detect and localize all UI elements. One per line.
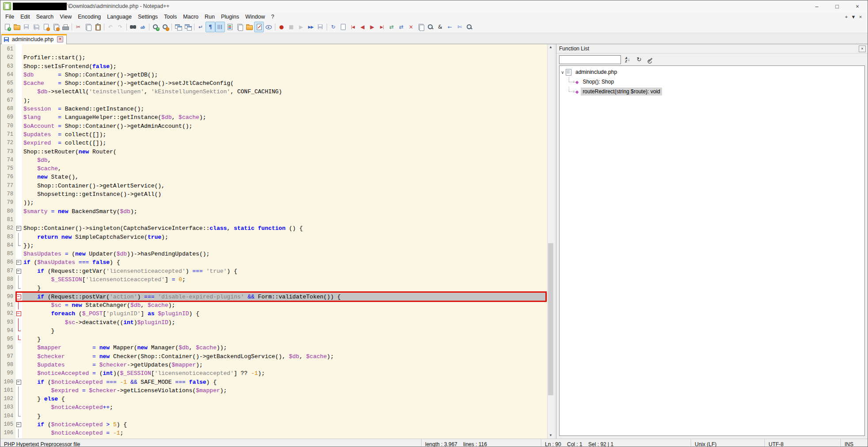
macro-run-multiple-icon[interactable]: ▶▶: [306, 22, 316, 32]
code-line[interactable]: 68$session = Backend::getInstance();: [0, 105, 547, 113]
code-text[interactable]: if (Request::getVar('licensenoticeaccept…: [22, 267, 547, 275]
line-number[interactable]: 101: [0, 386, 15, 395]
close-icon[interactable]: ×: [847, 0, 868, 12]
code-line[interactable]: 105 if ($noticeAccepted > 5) {: [0, 420, 547, 429]
code-text[interactable]: Shop::setIsFrontend(false);: [22, 62, 547, 71]
menu-plugins[interactable]: Plugins: [218, 13, 242, 21]
code-line[interactable]: 95 }: [0, 335, 547, 344]
line-number[interactable]: 98: [0, 361, 15, 369]
code-text[interactable]: $_SESSION['licensenoticeaccepted'] = 0;: [22, 275, 547, 284]
code-text[interactable]: Shopsetting::getInstance()->getAll(): [22, 190, 547, 199]
code-line[interactable]: 104 }: [0, 412, 547, 420]
plugin-snippet-icon[interactable]: ✄: [455, 22, 464, 32]
cut-icon[interactable]: ✂: [73, 22, 83, 32]
menu-help[interactable]: ?: [268, 13, 277, 21]
code-line[interactable]: 71$updates = collect([]);: [0, 130, 547, 139]
line-number[interactable]: 103: [0, 403, 15, 412]
code-line[interactable]: 100 if ($noticeAccepted === -1 && SAFE_M…: [0, 378, 547, 386]
tab-admininclude[interactable]: admininclude.php ×: [1, 34, 67, 44]
code-line[interactable]: 67);: [0, 96, 547, 105]
nav-first-mark-icon[interactable]: |◀: [348, 22, 358, 32]
plugin-refresh-icon[interactable]: ↻: [328, 22, 338, 32]
code-text[interactable]: if ($noticeAccepted > 5) {: [22, 420, 547, 429]
code-line[interactable]: 106 $noticeAccepted = -1;: [0, 429, 547, 437]
line-number[interactable]: 87: [0, 267, 15, 275]
reload-icon[interactable]: ↻: [634, 55, 644, 64]
show-all-characters-icon[interactable]: ¶: [206, 22, 215, 32]
code-line[interactable]: 88 $_SESSION['licensenoticeaccepted'] = …: [0, 275, 547, 284]
function-list-icon[interactable]: [254, 22, 264, 32]
new-file-icon[interactable]: +: [2, 22, 12, 32]
code-line[interactable]: 74 $db,: [0, 156, 547, 164]
code-line[interactable]: 78 Shopsetting::getInstance()->getAll(): [0, 190, 547, 199]
close-tab-button[interactable]: ×: [857, 14, 864, 19]
code-line[interactable]: 97 $checker = new Checker(Shop::Containe…: [0, 352, 547, 361]
line-number[interactable]: 99: [0, 369, 15, 378]
macro-record-icon[interactable]: ●: [277, 22, 286, 32]
code-text[interactable]: Profiler::start();: [22, 53, 547, 62]
line-number[interactable]: 92: [0, 309, 15, 318]
code-line[interactable]: 69$lang = LanguageHelper::getInstance($d…: [0, 113, 547, 122]
scroll-up-icon[interactable]: ▲: [548, 44, 554, 50]
code-text[interactable]: $sc->deactivate((int)$pluginID);: [22, 318, 547, 327]
notepadpp-logo[interactable]: [3, 2, 11, 10]
nav-last-mark-icon[interactable]: ▶|: [377, 22, 387, 32]
redo-icon[interactable]: ↷: [115, 22, 125, 32]
code-text[interactable]: }: [22, 335, 547, 344]
fold-collapse-icon[interactable]: [15, 293, 22, 301]
scroll-down-icon[interactable]: ▼: [548, 432, 554, 439]
line-number[interactable]: 95: [0, 335, 15, 344]
line-number[interactable]: 64: [0, 71, 15, 79]
code-text[interactable]: Shop::Container()->singleton(CaptchaServ…: [22, 224, 547, 233]
plugin-find-char-icon[interactable]: [464, 22, 474, 32]
menu-language[interactable]: Language: [104, 13, 135, 21]
line-number[interactable]: 71: [0, 130, 15, 139]
line-number[interactable]: 84: [0, 241, 15, 250]
line-number[interactable]: 106: [0, 429, 15, 437]
plugin-convert-icon[interactable]: ⇄: [396, 22, 406, 32]
nav-prev-mark-icon[interactable]: ◀: [358, 22, 367, 32]
line-number[interactable]: 89: [0, 284, 15, 292]
line-number[interactable]: 74: [0, 156, 15, 164]
function-list-item[interactable]: ≡◆routeRedirect(string $route): void: [560, 87, 864, 96]
code-line[interactable]: 94 }: [0, 327, 547, 335]
code-line[interactable]: 63Shop::setIsFrontend(false);: [0, 62, 547, 71]
code-text[interactable]: $expired = collect([]);: [22, 139, 547, 147]
editor-vertical-scrollbar[interactable]: ▲ ▼: [547, 44, 554, 439]
find-icon[interactable]: [128, 22, 138, 32]
code-line[interactable]: 92 foreach ($_POST['pluginID'] as $plugi…: [0, 309, 547, 318]
mime-tools-icon[interactable]: &: [435, 22, 445, 32]
code-line[interactable]: 83 return new SimpleCaptchaService(true)…: [0, 233, 547, 241]
code-line[interactable]: 85$hasUpdates = (new Updater($db))->hasP…: [0, 250, 547, 258]
line-number[interactable]: 82: [0, 224, 15, 233]
code-line[interactable]: 91 $sc = new StateChanger($db, $cache);: [0, 301, 547, 309]
fold-collapse-icon[interactable]: [15, 378, 22, 386]
converter-icon[interactable]: ←: [445, 22, 455, 32]
code-text[interactable]: );: [22, 96, 547, 105]
code-text[interactable]: $cache,: [22, 164, 547, 173]
folder-as-workspace-icon[interactable]: [244, 22, 254, 32]
fold-collapse-icon[interactable]: [15, 267, 22, 275]
close-all-icon[interactable]: −: [51, 22, 61, 32]
zoom-in-icon[interactable]: +: [151, 22, 160, 32]
line-number[interactable]: 77: [0, 182, 15, 190]
doc-map-icon[interactable]: [225, 22, 235, 32]
sync-horizontal-icon[interactable]: [183, 22, 193, 32]
line-number[interactable]: 88: [0, 275, 15, 284]
code-text[interactable]: }: [22, 327, 547, 335]
plugin-pages-icon[interactable]: [416, 22, 426, 32]
code-line[interactable]: 101 $expired = $checker->getLicenseViola…: [0, 386, 547, 395]
nav-next-mark-icon[interactable]: ▶: [367, 22, 377, 32]
line-number[interactable]: 72: [0, 139, 15, 147]
code-line[interactable]: 72$expired = collect([]);: [0, 139, 547, 147]
line-number[interactable]: 83: [0, 233, 15, 241]
code-line[interactable]: 73Shop::setRouter(new Router(: [0, 148, 547, 156]
code-text[interactable]: foreach ($_POST['pluginID'] as $pluginID…: [22, 309, 547, 318]
line-number[interactable]: 75: [0, 164, 15, 173]
monitoring-icon[interactable]: [264, 22, 274, 32]
code-line[interactable]: 66 $db->selectAll('teinstellungen', 'kEi…: [0, 88, 547, 96]
chevron-down-icon[interactable]: ∨: [560, 70, 566, 75]
maximize-icon[interactable]: □: [827, 0, 847, 12]
line-number[interactable]: 67: [0, 96, 15, 105]
menu-macro[interactable]: Macro: [180, 13, 202, 21]
